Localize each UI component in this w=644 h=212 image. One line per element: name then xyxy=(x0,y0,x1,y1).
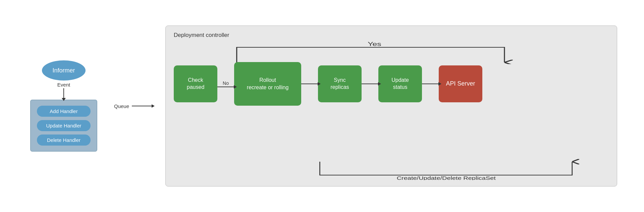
deployment-title: Deployment controller xyxy=(174,32,609,39)
api-server-box: API Server xyxy=(439,65,482,102)
queue-arrow: Queue xyxy=(114,103,152,109)
rollout-to-sync-arrow xyxy=(301,84,318,84)
yes-arrow-svg: Yes xyxy=(193,41,556,64)
informer-label: Informer xyxy=(52,67,75,74)
update-handler-btn: Update Handler xyxy=(37,120,91,131)
flow-row: Check paused No Rollout recreate or roll… xyxy=(174,62,609,106)
svg-text:Yes: Yes xyxy=(368,41,381,47)
informer-ellipse: Informer xyxy=(42,60,86,81)
update-to-api-arrow xyxy=(422,84,439,84)
check-paused-box: Check paused xyxy=(174,65,217,102)
check-paused-label: Check paused xyxy=(187,77,205,91)
no-arrow: No xyxy=(217,81,234,87)
event-label: Event xyxy=(57,82,70,88)
delete-handler-btn: Delete Handler xyxy=(37,135,91,146)
queue-label: Queue xyxy=(114,103,129,109)
api-server-label: API Server xyxy=(446,80,475,88)
update-status-label: Update status xyxy=(391,77,409,91)
left-section: Informer Event Add Handler Update Handle… xyxy=(27,60,101,152)
bottom-arrow-svg: Create/Update/Delete ReplicaSet xyxy=(193,158,603,180)
rollout-label: Rollout recreate or rolling xyxy=(247,76,289,92)
update-status-box: Update status xyxy=(378,65,422,102)
no-label: No xyxy=(223,81,229,86)
deployment-box: Deployment controller Yes Check paused N… xyxy=(165,25,617,187)
sync-replicas-label: Sync replicas xyxy=(330,77,349,91)
rollout-box: Rollout recreate or rolling xyxy=(234,62,301,106)
sync-replicas-box: Sync replicas xyxy=(318,65,362,102)
sync-to-update-arrow xyxy=(362,84,378,84)
diagram-container: Informer Event Add Handler Update Handle… xyxy=(27,9,617,203)
add-handler-btn: Add Handler xyxy=(37,106,91,117)
handler-box: Add Handler Update Handler Delete Handle… xyxy=(30,100,97,152)
svg-text:Create/Update/Delete ReplicaSe: Create/Update/Delete ReplicaSet xyxy=(397,175,496,180)
